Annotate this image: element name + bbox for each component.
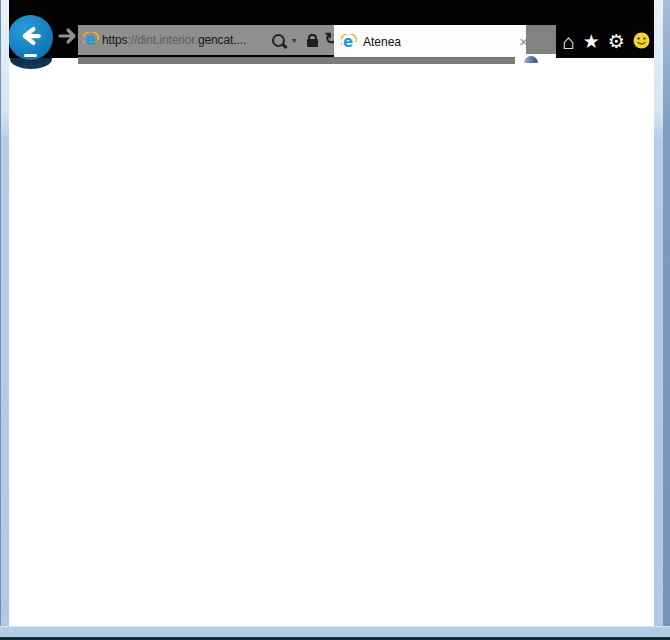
background-tab-peek: [517, 54, 556, 63]
tab-title: Atenea: [363, 35, 513, 49]
forward-button[interactable]: [55, 26, 78, 49]
peek-ie-icon: [524, 56, 538, 63]
address-bar[interactable]: e https://dint.interior.gencat.... ▼ ↻: [78, 25, 343, 55]
svg-text:e: e: [85, 32, 95, 48]
aero-border-right: [654, 0, 663, 640]
browser-tab-atenea[interactable]: e Atenea ×: [334, 25, 535, 58]
back-button-highlight: [24, 54, 37, 57]
search-icon[interactable]: [272, 34, 285, 47]
loading-bar: [78, 57, 515, 64]
tools-gear-icon[interactable]: ⚙: [608, 32, 625, 51]
aero-border-right-outer: [663, 0, 670, 640]
command-bar: ⌂ ★ ⚙: [562, 25, 650, 58]
ie-logo-icon: e: [83, 32, 99, 48]
feedback-smiley-icon[interactable]: [633, 32, 650, 52]
search-dropdown-caret-icon[interactable]: ▼: [291, 37, 298, 44]
aero-border-left: [0, 0, 9, 640]
aero-border-bottom: [0, 626, 670, 637]
lock-icon: [307, 39, 318, 47]
page-content: [9, 58, 654, 626]
home-icon[interactable]: ⌂: [562, 31, 575, 52]
forward-arrow-icon: [56, 25, 78, 51]
url-domain: gencat....: [198, 33, 246, 47]
url-scheme: https: [102, 33, 128, 47]
ie-logo-icon: e: [341, 34, 357, 50]
url-path: ://dint.interior.: [128, 33, 198, 47]
back-arrow-icon: [14, 19, 48, 57]
favorites-star-icon[interactable]: ★: [583, 32, 600, 51]
browser-window: e https://dint.interior.gencat.... ▼ ↻ e…: [0, 0, 670, 640]
address-url: https://dint.interior.gencat....: [102, 25, 269, 55]
svg-text:e: e: [343, 34, 353, 50]
